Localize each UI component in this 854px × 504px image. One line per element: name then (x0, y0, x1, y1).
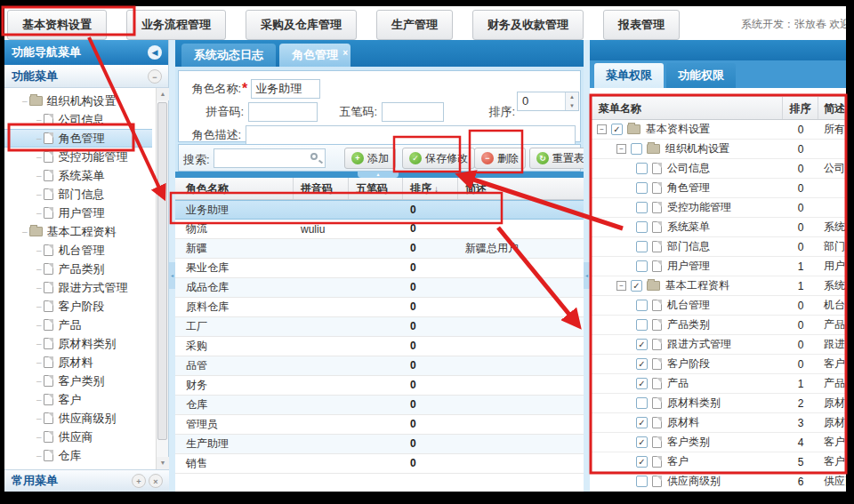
role-name-input[interactable] (251, 79, 320, 99)
checkbox[interactable]: ✓ (631, 280, 642, 292)
top-menu-button[interactable]: 采购及仓库管理 (246, 10, 357, 40)
spin-up-icon[interactable]: ▲ (566, 92, 578, 101)
expand-toggle-icon[interactable]: − (597, 124, 607, 134)
collapse-sidebar-icon[interactable]: ◀ (148, 45, 162, 60)
permission-tree-row[interactable]: 产品类别 0 产品类 (590, 316, 846, 335)
permission-tree-row[interactable]: ✓ 客户阶段 0 客户阶 (590, 355, 846, 374)
checkbox[interactable] (636, 397, 648, 409)
checkbox[interactable]: ✓ (636, 417, 648, 428)
permission-tree-row[interactable]: − 组织机构设置 0 (590, 140, 846, 159)
sidebar-tree-item[interactable]: – 产品类别 (4, 260, 152, 278)
sidebar-tree-item[interactable]: – 供应商 (4, 428, 152, 446)
checkbox[interactable] (636, 163, 648, 174)
checkbox[interactable] (636, 300, 648, 311)
sidebar-scrollbar[interactable]: ▲ ▼ (156, 88, 168, 469)
checkbox[interactable]: ✓ (636, 358, 648, 370)
table-row[interactable]: 新疆 0 新疆总用户 (175, 239, 584, 259)
sidebar-tree-item[interactable]: – 客户类别 (4, 372, 152, 390)
sidebar-tree-item[interactable]: – 客户阶段 (4, 297, 152, 316)
sidebar-bottom-bar[interactable]: 常用菜单 + × (4, 469, 169, 492)
checkbox[interactable] (636, 202, 648, 213)
checkbox[interactable] (636, 319, 648, 331)
permission-tree-row[interactable]: 受控功能管理 0 (590, 198, 846, 218)
expand-toggle-icon[interactable]: − (616, 144, 626, 154)
sidebar-tree-item[interactable]: – 基本工程资料 (4, 222, 152, 241)
checkbox[interactable]: ✓ (636, 378, 648, 389)
checkbox[interactable] (636, 182, 648, 194)
sort-spinner[interactable]: 0 ▲ ▼ (517, 92, 579, 111)
delete-button[interactable]: − 删除 (474, 148, 526, 169)
spin-down-icon[interactable]: ▼ (566, 101, 578, 110)
sidebar-section-header[interactable]: 功能菜单 − (4, 65, 168, 88)
remove-favorite-icon[interactable]: × (149, 474, 163, 488)
table-row[interactable]: 仓库 0 (175, 396, 584, 415)
permission-tree-row[interactable]: 系统菜单 0 系统菜 (590, 218, 846, 237)
permission-tree-row[interactable]: 角色管理 0 (590, 179, 846, 198)
tab-function-permissions[interactable]: 功能权限 (666, 63, 736, 88)
checkbox[interactable] (636, 476, 648, 487)
col-sort[interactable]: 排序↓ (403, 178, 458, 199)
col-sort[interactable]: 排序 (783, 97, 818, 119)
sidebar-tree-item[interactable]: – 跟进方式管理 (4, 278, 152, 297)
top-menu-button[interactable]: 基本资料设置 (7, 10, 107, 40)
col-desc[interactable]: 简述 (818, 97, 846, 119)
sidebar-tree-item[interactable]: – 角色管理 (4, 129, 152, 148)
search-input[interactable] (214, 148, 326, 168)
col-pinyin[interactable]: 拼音码 (294, 178, 349, 199)
splitter-collapse-icon[interactable]: ◂ (169, 262, 175, 289)
checkbox[interactable] (636, 241, 648, 252)
table-row[interactable]: 成品仓库 0 (175, 278, 584, 298)
table-row[interactable]: 生产助理 0 (175, 435, 584, 454)
table-row[interactable]: 管理员 0 (175, 415, 584, 435)
permission-tree-row[interactable]: 原材料类别 2 原材料 (590, 394, 846, 413)
scroll-up-icon[interactable]: ▲ (157, 88, 169, 100)
role-desc-input[interactable] (246, 125, 576, 145)
wubi-input[interactable] (382, 102, 444, 122)
splitter-handle-icon[interactable]: ▲ (358, 172, 399, 178)
collapse-section-icon[interactable]: − (148, 69, 162, 84)
table-row[interactable]: 果业仓库 0 (175, 259, 584, 278)
sidebar-tree-item[interactable]: – 产品 (4, 316, 152, 334)
checkbox[interactable] (636, 221, 648, 233)
table-row[interactable]: 采购 0 (175, 337, 584, 356)
table-row[interactable]: 财务 0 (175, 376, 584, 396)
checkbox[interactable]: ✓ (636, 436, 648, 448)
checkbox[interactable]: ✓ (611, 124, 623, 135)
checkbox[interactable]: ✓ (636, 456, 648, 468)
sidebar-splitter[interactable]: ◂ (169, 40, 175, 492)
sidebar-tree-item[interactable]: – 系统菜单 (4, 166, 152, 185)
top-menu-button[interactable]: 生产管理 (376, 10, 453, 40)
col-menu-name[interactable]: 菜单名称 (590, 97, 783, 119)
col-wubi[interactable]: 五笔码 (349, 178, 403, 199)
permission-tree-row[interactable]: 公司信息 0 公司信 (590, 159, 846, 179)
col-desc[interactable]: 简述 (458, 178, 584, 199)
sidebar-tree-item[interactable]: – 仓库 (4, 446, 152, 465)
permission-tree-row[interactable]: 供应商级别 6 供应商 (590, 472, 846, 492)
permission-tree-row[interactable]: − ✓ 基本资料设置 0 所有基 (590, 120, 846, 140)
permission-tree-row[interactable]: 部门信息 0 部门信 (590, 237, 846, 257)
save-changes-button[interactable]: ✓ 保存修改 (402, 148, 475, 169)
sidebar-tree-item[interactable]: – 原材料 (4, 353, 152, 372)
permission-tree-row[interactable]: ✓ 原材料 3 原材料 (590, 413, 846, 433)
permission-tree-row[interactable]: ✓ 客户 5 客户管 (590, 452, 846, 472)
scrollbar-thumb[interactable] (157, 102, 167, 440)
table-row[interactable]: 品管 0 (175, 356, 584, 376)
expand-toggle-icon[interactable]: − (616, 281, 626, 291)
sidebar-tree-item[interactable]: – 原材料类别 (4, 334, 152, 353)
checkbox[interactable] (631, 143, 642, 155)
table-row[interactable]: 业务助理 0 (175, 200, 584, 220)
add-button[interactable]: + 添加 (344, 148, 396, 169)
panel-splitter[interactable]: ◂ (584, 40, 590, 492)
table-row[interactable]: 工厂 0 (175, 317, 584, 337)
permission-tree-row[interactable]: 机台管理 0 机台管 (590, 296, 846, 316)
tab-role-management[interactable]: 角色管理 × (279, 44, 350, 67)
scroll-down-icon[interactable]: ▼ (157, 457, 169, 469)
sidebar-tree-item[interactable]: – 供应商级别 (4, 409, 152, 428)
table-row[interactable]: 销售 0 (175, 454, 584, 474)
sidebar-tree-item[interactable]: – 受控功能管理 (4, 148, 152, 166)
close-tab-icon[interactable]: × (342, 42, 348, 65)
checkbox[interactable]: ✓ (636, 339, 648, 350)
sidebar-tree-item[interactable]: – 公司信息 (4, 110, 152, 129)
sidebar-tree-item[interactable]: – 部门信息 (4, 185, 152, 204)
splitter-collapse-icon[interactable]: ◂ (584, 262, 590, 289)
